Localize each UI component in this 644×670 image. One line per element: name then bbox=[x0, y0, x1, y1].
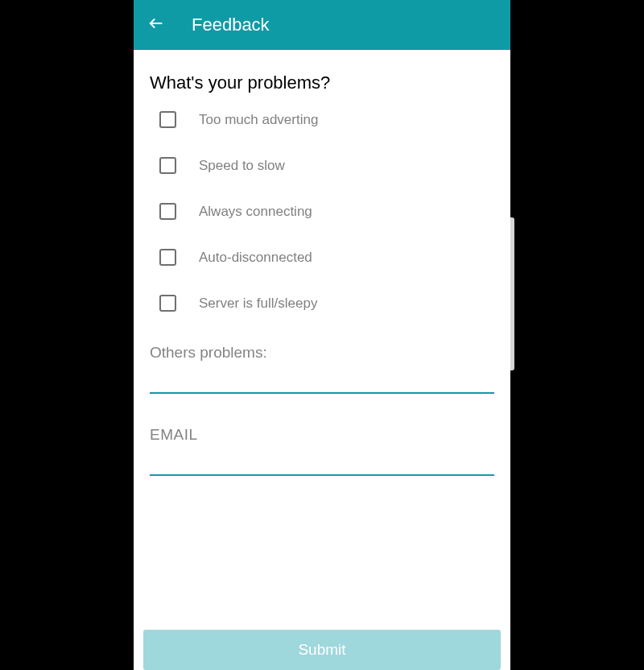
option-auto-disconnected[interactable]: Auto-disconnected bbox=[159, 249, 494, 266]
option-label: Always connecting bbox=[199, 204, 312, 220]
checkbox-icon bbox=[159, 157, 176, 174]
checkbox-icon bbox=[159, 295, 176, 312]
others-label: Others problems: bbox=[150, 344, 494, 362]
question-heading: What's your problems? bbox=[150, 72, 494, 93]
back-button[interactable] bbox=[147, 15, 166, 35]
option-server-full-sleepy[interactable]: Server is full/sleepy bbox=[159, 295, 494, 312]
option-too-much-adverting[interactable]: Too much adverting bbox=[159, 111, 494, 128]
app-screen: Feedback What's your problems? Too much … bbox=[134, 0, 510, 670]
email-label: EMAIL bbox=[150, 426, 494, 444]
submit-button-label: Submit bbox=[298, 641, 345, 659]
problem-options: Too much adverting Speed to slow Always … bbox=[150, 111, 494, 341]
checkbox-icon bbox=[159, 249, 176, 266]
option-speed-to-slow[interactable]: Speed to slow bbox=[159, 157, 494, 174]
option-always-connecting[interactable]: Always connecting bbox=[159, 203, 494, 220]
option-label: Server is full/sleepy bbox=[199, 296, 317, 312]
app-header: Feedback bbox=[134, 0, 510, 50]
option-label: Auto-disconnected bbox=[199, 250, 312, 266]
option-label: Too much adverting bbox=[199, 112, 318, 128]
feedback-form: What's your problems? Too much adverting… bbox=[134, 50, 510, 630]
others-input[interactable] bbox=[150, 363, 494, 394]
checkbox-icon bbox=[159, 111, 176, 128]
option-label: Speed to slow bbox=[199, 158, 285, 174]
page-title: Feedback bbox=[192, 14, 270, 35]
device-edge bbox=[510, 217, 514, 370]
footer: Submit bbox=[134, 630, 510, 670]
arrow-left-icon bbox=[147, 14, 165, 35]
email-input[interactable] bbox=[150, 445, 494, 476]
submit-button[interactable]: Submit bbox=[143, 630, 501, 670]
checkbox-icon bbox=[159, 203, 176, 220]
